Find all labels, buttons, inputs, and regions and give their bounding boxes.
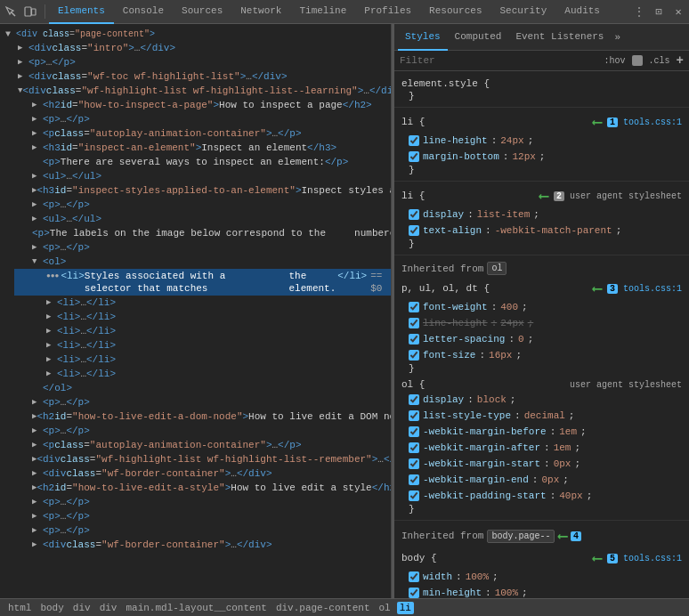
- dom-node-div-border[interactable]: <div class="wf-border-container">…</div>: [14, 466, 391, 481]
- triangle-icon[interactable]: [32, 425, 43, 437]
- tab-computed[interactable]: Computed: [448, 24, 509, 51]
- source-li-tools[interactable]: tools.css:1: [623, 118, 682, 127]
- checkbox-min-height[interactable]: [409, 588, 419, 598]
- hov-button[interactable]: :hov: [602, 55, 628, 67]
- tab-audits[interactable]: Audits: [555, 0, 609, 24]
- breadcrumb-div2[interactable]: div: [97, 602, 120, 614]
- dom-node-ul1[interactable]: <ul>…</ul>: [14, 169, 391, 183]
- checkbox-text-align[interactable]: [409, 225, 419, 236]
- dom-node-h2-inspect[interactable]: <h2 id="how-to-inspect-a-page">How to in…: [14, 98, 391, 112]
- dom-node-p2[interactable]: <p>…</p>: [14, 112, 391, 126]
- triangle-icon[interactable]: [32, 199, 43, 211]
- tab-console[interactable]: Console: [114, 0, 173, 24]
- triangle-icon[interactable]: [32, 510, 43, 523]
- breadcrumb-html[interactable]: html: [5, 602, 34, 614]
- dom-node-h3-inspect[interactable]: <h3 id="inspect-an-element">Inspect an e…: [14, 141, 391, 155]
- triangle-icon[interactable]: [32, 524, 43, 537]
- source-body[interactable]: tools.css:1: [623, 554, 682, 563]
- tab-network[interactable]: Network: [231, 0, 290, 24]
- breadcrumb-main[interactable]: main.mdl-layout__content: [123, 602, 269, 614]
- dom-node-h2-live-dom[interactable]: <h2 id="how-to-live-edit-a-dom-node">How…: [14, 409, 391, 424]
- styles-more-button[interactable]: »: [614, 32, 620, 43]
- dom-node-toc[interactable]: <div class="wf-toc wf-highlight-list">…<…: [14, 69, 391, 84]
- dom-node-li7[interactable]: <li>…</li>: [14, 367, 391, 381]
- checkbox-webkit-margin-before[interactable]: [409, 426, 419, 437]
- triangle-icon[interactable]: [32, 255, 43, 268]
- triangle-icon[interactable]: [32, 467, 43, 480]
- tab-timeline[interactable]: Timeline: [290, 0, 355, 24]
- checkbox-webkit-margin-end[interactable]: [409, 474, 419, 485]
- dom-node-li5[interactable]: <li>…</li>: [14, 338, 391, 353]
- breadcrumb-body[interactable]: body: [37, 602, 66, 614]
- dom-node-li-selected[interactable]: ●●● <li>Styles associated with a selecto…: [14, 269, 391, 296]
- breadcrumb-ol[interactable]: ol: [377, 602, 393, 614]
- dom-node-p6[interactable]: <p>…</p>: [14, 424, 391, 438]
- breadcrumb-li[interactable]: li: [397, 602, 414, 614]
- dom-node-p-labels[interactable]: <p>The labels on the image below corresp…: [14, 226, 391, 240]
- triangle-icon[interactable]: [18, 42, 28, 54]
- dom-node-p5[interactable]: <p>…</p>: [14, 395, 391, 409]
- add-style-button[interactable]: +: [677, 53, 684, 68]
- dom-node-highlight-learning[interactable]: <div class="wf-highlight-list wf-highlig…: [14, 84, 391, 98]
- checkbox-line-height-strike[interactable]: [409, 318, 419, 328]
- dom-node-div-remember[interactable]: <div class="wf-highlight-list wf-highlig…: [14, 452, 391, 466]
- checkbox-font-weight[interactable]: [409, 302, 419, 312]
- dom-node-p-ways[interactable]: <p>There are several ways to inspect an …: [14, 155, 391, 169]
- triangle-icon[interactable]: [32, 170, 43, 182]
- checkbox-webkit-margin-start[interactable]: [409, 458, 419, 469]
- tab-resources[interactable]: Resources: [420, 0, 490, 24]
- dom-node-p4[interactable]: <p>…</p>: [14, 240, 391, 255]
- dom-node-p8[interactable]: <p>…</p>: [14, 509, 391, 523]
- checkbox-ol-display[interactable]: [409, 394, 419, 405]
- triangle-icon[interactable]: [32, 213, 43, 225]
- triangle-icon[interactable]: [32, 241, 43, 254]
- dom-node-ul2[interactable]: <ul>…</ul>: [14, 212, 391, 226]
- triangle-icon[interactable]: [32, 439, 43, 451]
- dom-node-p1[interactable]: <p>…</p>: [14, 55, 391, 69]
- dom-node-ol-close[interactable]: </ol>: [14, 381, 391, 395]
- tab-event-listeners[interactable]: Event Listeners: [508, 24, 611, 51]
- color-picker-icon[interactable]: [632, 55, 643, 66]
- triangle-icon[interactable]: [32, 113, 43, 126]
- undock-icon[interactable]: ⊡: [652, 4, 666, 19]
- triangle-icon[interactable]: [32, 127, 43, 140]
- overflow-icon[interactable]: ⋮: [632, 4, 646, 19]
- tab-sources[interactable]: Sources: [173, 0, 231, 24]
- triangle-icon[interactable]: [46, 339, 57, 352]
- styles-content[interactable]: element.style { } li { ⟵ 1 tools.css:1: [394, 71, 689, 598]
- dom-node-li4[interactable]: <li>…</li>: [14, 324, 391, 338]
- device-icon[interactable]: [23, 4, 37, 19]
- cls-button[interactable]: .cls: [646, 55, 673, 67]
- triangle-icon[interactable]: [46, 353, 57, 366]
- dom-node-intro[interactable]: <div class="intro">…</div>: [14, 41, 391, 55]
- dom-node-h2-live-style[interactable]: <h2 id="how-to-live-edit-a-style">How to…: [14, 481, 391, 495]
- elements-panel[interactable]: ▼ <div class="page-content"> <div class=…: [0, 24, 392, 598]
- dom-node-div-border2[interactable]: <div class="wf-border-container">…</div>: [14, 538, 391, 552]
- source-p-ul-ol[interactable]: tools.css:1: [623, 284, 682, 294]
- checkbox-webkit-padding-start[interactable]: [409, 490, 419, 501]
- checkbox-webkit-margin-after[interactable]: [409, 442, 419, 453]
- triangle-icon[interactable]: [46, 296, 57, 309]
- breadcrumb-div1[interactable]: div: [70, 602, 93, 614]
- checkbox-margin-bottom[interactable]: [409, 151, 419, 162]
- triangle-icon[interactable]: [32, 142, 43, 154]
- dom-node-li3[interactable]: <li>…</li>: [14, 310, 391, 324]
- checkbox-font-size[interactable]: [409, 350, 419, 361]
- tab-styles[interactable]: Styles: [398, 24, 448, 51]
- triangle-icon[interactable]: [32, 396, 43, 409]
- triangle-icon[interactable]: [46, 368, 57, 380]
- close-icon[interactable]: ✕: [671, 4, 685, 19]
- dom-node-ol[interactable]: <ol>: [14, 255, 391, 269]
- tab-profiles[interactable]: Profiles: [355, 0, 420, 24]
- checkbox-list-style-type[interactable]: [409, 410, 419, 421]
- tab-elements[interactable]: Elements: [49, 0, 114, 24]
- checkbox-line-height[interactable]: [409, 135, 419, 146]
- dom-node-h3-styles[interactable]: <h3 id="inspect-styles-applied-to-an-ele…: [14, 183, 391, 198]
- checkbox-display[interactable]: [409, 209, 419, 220]
- triangle-icon[interactable]: [46, 325, 57, 337]
- triangle-icon[interactable]: [32, 539, 43, 551]
- checkbox-width[interactable]: [409, 571, 419, 582]
- triangle-icon[interactable]: [18, 70, 28, 83]
- triangle-icon[interactable]: [46, 311, 57, 323]
- tab-security[interactable]: Security: [491, 0, 556, 24]
